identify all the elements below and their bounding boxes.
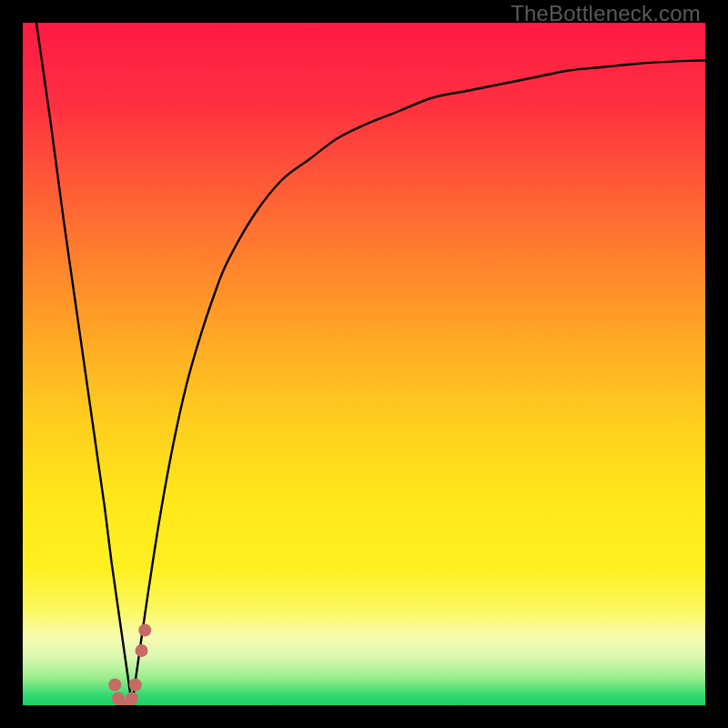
highlight-dot: [126, 693, 138, 705]
left-branch-line: [36, 23, 132, 705]
highlight-dot: [129, 679, 142, 692]
chart-frame: TheBottleneck.com: [0, 0, 728, 728]
highlight-dot: [136, 644, 148, 657]
highlight-dot: [108, 679, 121, 692]
highlight-dots: [108, 624, 151, 706]
highlight-dot: [138, 624, 151, 637]
plot-area: [23, 23, 705, 705]
curves-layer: [23, 23, 705, 705]
right-branch-line: [132, 60, 705, 705]
